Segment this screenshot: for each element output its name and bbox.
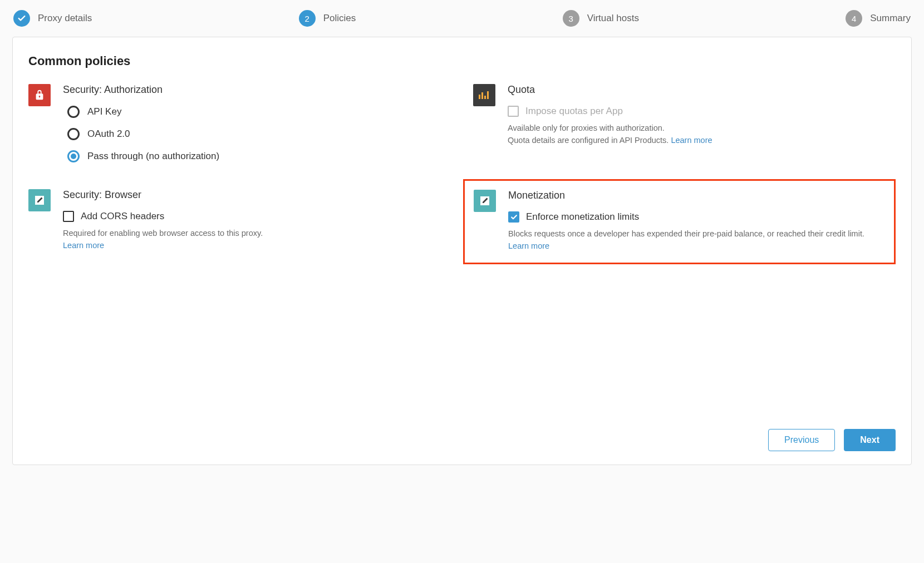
step-summary[interactable]: 4 Summary — [846, 10, 911, 27]
step-number-icon: 3 — [563, 10, 579, 27]
helper-text: Blocks requests once a developer has exp… — [508, 228, 885, 253]
radio-oauth[interactable]: OAuth 2.0 — [67, 128, 451, 140]
policy-security-authorization: Security: Authorization API Key OAuth 2.… — [28, 84, 451, 162]
policy-heading: Security: Browser — [63, 189, 451, 201]
svg-rect-0 — [479, 95, 480, 99]
step-label: Policies — [323, 13, 356, 24]
step-policies[interactable]: 2 Policies — [299, 10, 356, 27]
policy-heading: Quota — [508, 84, 896, 96]
svg-rect-2 — [484, 96, 486, 99]
checkbox-icon — [508, 106, 519, 117]
policies-panel: Common policies Security: Authorization … — [12, 37, 912, 465]
radio-icon — [67, 128, 80, 140]
step-number-icon: 4 — [846, 10, 862, 27]
learn-more-link[interactable]: Learn more — [63, 241, 104, 250]
checkbox-label: Impose quotas per App — [525, 106, 623, 117]
helper-text: Available only for proxies with authoriz… — [508, 122, 896, 147]
monetization-highlight: Monetization Enforce monetization limits… — [463, 179, 896, 264]
page-title: Common policies — [28, 54, 896, 68]
radio-pass-through[interactable]: Pass through (no authorization) — [67, 150, 451, 162]
radio-icon — [67, 150, 80, 162]
helper-text: Required for enabling web browser access… — [63, 228, 451, 252]
radio-api-key[interactable]: API Key — [67, 106, 451, 118]
authorization-radio-group: API Key OAuth 2.0 Pass through (no autho… — [67, 106, 451, 162]
policy-grid: Security: Authorization API Key OAuth 2.… — [28, 84, 896, 264]
learn-more-link[interactable]: Learn more — [508, 241, 549, 250]
step-proxy-details[interactable]: Proxy details — [13, 10, 92, 27]
wizard-stepper: Proxy details 2 Policies 3 Virtual hosts… — [0, 0, 924, 37]
checkbox-label: Add CORS headers — [81, 211, 164, 222]
svg-rect-1 — [481, 92, 483, 99]
checkbox-label: Enforce monetization limits — [526, 211, 639, 223]
policy-heading: Monetization — [508, 190, 885, 201]
policy-security-browser: Security: Browser Add CORS headers Requi… — [28, 189, 451, 264]
next-button[interactable]: Next — [844, 429, 896, 451]
step-label: Summary — [870, 13, 911, 24]
pencil-icon — [28, 189, 51, 211]
checkbox-impose-quotas: Impose quotas per App — [508, 106, 896, 117]
previous-button[interactable]: Previous — [768, 429, 835, 451]
policy-quota: Quota Impose quotas per App Available on… — [473, 84, 896, 162]
wizard-footer: Previous Next — [28, 416, 896, 451]
checkbox-add-cors[interactable]: Add CORS headers — [63, 211, 451, 222]
policy-heading: Security: Authorization — [63, 84, 451, 96]
step-label: Virtual hosts — [587, 13, 639, 24]
radio-icon — [67, 106, 80, 118]
bar-chart-icon — [473, 84, 495, 106]
check-icon — [13, 10, 30, 27]
radio-label: API Key — [87, 106, 121, 117]
radio-label: OAuth 2.0 — [87, 129, 130, 140]
step-number-icon: 2 — [299, 10, 316, 27]
pencil-icon — [474, 190, 496, 212]
svg-rect-3 — [487, 91, 489, 99]
radio-label: Pass through (no authorization) — [87, 151, 219, 162]
learn-more-link[interactable]: Learn more — [671, 136, 712, 145]
policy-monetization: Monetization Enforce monetization limits… — [474, 190, 885, 253]
step-label: Proxy details — [38, 13, 92, 24]
checkbox-icon — [63, 211, 74, 222]
checkbox-icon — [508, 211, 519, 223]
checkbox-enforce-monetization[interactable]: Enforce monetization limits — [508, 211, 885, 223]
step-virtual-hosts[interactable]: 3 Virtual hosts — [563, 10, 639, 27]
lock-icon — [28, 84, 51, 106]
